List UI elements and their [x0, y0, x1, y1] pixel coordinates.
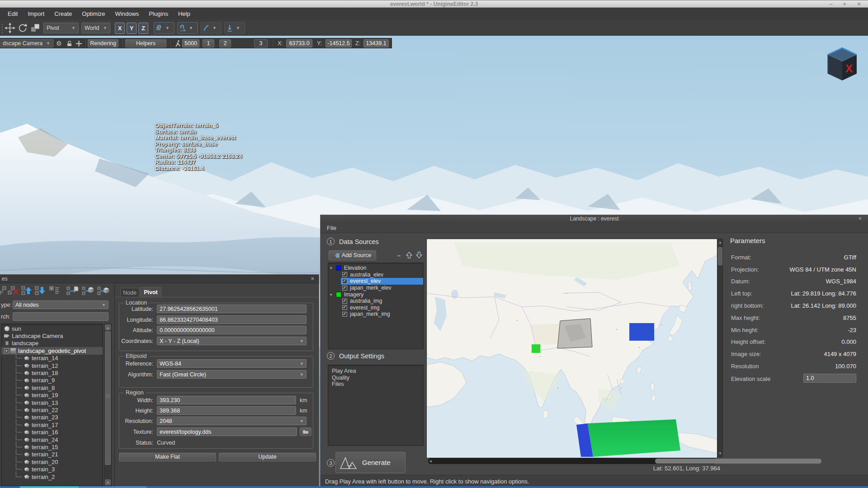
source-up-icon[interactable]	[406, 251, 413, 259]
source-down-icon[interactable]	[415, 251, 423, 259]
add-source-button[interactable]: Add Source	[329, 250, 376, 260]
source-checkbox[interactable]	[342, 312, 347, 317]
helpers-button[interactable]: Helpers	[125, 39, 166, 47]
source-row[interactable]: everest_img	[328, 305, 423, 311]
move-camera-icon[interactable]	[75, 40, 82, 47]
scrollbar-thumb[interactable]	[655, 459, 821, 464]
output-settings-item[interactable]: Quality	[328, 375, 423, 381]
instance-node-icon[interactable]	[97, 285, 109, 296]
browse-texture-button[interactable]	[300, 427, 311, 436]
navigation-cube[interactable]: X	[825, 45, 860, 89]
scroll-up-icon[interactable]: ▲	[105, 324, 111, 330]
source-row[interactable]: australia_img	[328, 298, 423, 305]
snap-grid-button[interactable]: ▼	[154, 22, 175, 34]
close-button[interactable]: ×	[854, 0, 863, 7]
axis-y-button[interactable]: Y	[127, 23, 137, 34]
texture-field[interactable]: everest/topology.dds	[157, 427, 297, 436]
width-field[interactable]: 393.230	[157, 396, 296, 404]
map-hscrollbar[interactable]: ◀	[428, 458, 717, 464]
expander-icon[interactable]	[330, 266, 336, 270]
altitude-field[interactable]: 0.0000000000000000	[157, 326, 307, 334]
tree-expander-icon[interactable]: +	[4, 348, 9, 353]
generate-button[interactable]: Generate	[335, 452, 406, 473]
maximize-button[interactable]: +	[840, 0, 849, 7]
y-coord-field[interactable]: -14512.5	[326, 39, 352, 47]
remove-source-icon[interactable]: −	[395, 252, 403, 259]
source-checkbox[interactable]	[342, 299, 347, 304]
elevation-scale-input[interactable]	[803, 374, 856, 383]
axis-z-button[interactable]: Z	[138, 23, 148, 34]
node-tree-row[interactable]: landscape	[1, 340, 103, 347]
scroll-up-icon[interactable]: ▲	[717, 239, 723, 245]
rotate-tool-icon[interactable]	[17, 23, 28, 33]
scrollbar-thumb[interactable]	[105, 331, 111, 465]
move-node-down-icon[interactable]	[34, 285, 46, 296]
tab-node[interactable]: Node	[120, 288, 139, 297]
gear-icon[interactable]: ⚙	[56, 40, 62, 47]
output-settings-item[interactable]: Play Area	[328, 368, 423, 375]
add-node-icon[interactable]	[0, 285, 7, 296]
latitude-field[interactable]: 27.9625428562635001	[157, 305, 307, 313]
x-coord-field[interactable]: 63733.0	[286, 39, 312, 47]
clone-node-icon[interactable]	[66, 285, 79, 296]
source-row[interactable]: japan_merk_elev	[328, 285, 423, 291]
node-list-icon[interactable]	[49, 285, 61, 296]
rendering-button[interactable]: Rendering	[88, 39, 118, 47]
menu-item[interactable]: Edit	[3, 8, 23, 20]
menu-item[interactable]: Create	[49, 8, 77, 20]
resolution-select[interactable]: 2048 ▼	[157, 417, 307, 425]
menu-item[interactable]: Plugins	[144, 8, 173, 20]
scrollbar-thumb[interactable]	[718, 247, 722, 265]
scroll-down-icon[interactable]: ▼	[105, 479, 111, 485]
map-view[interactable]	[426, 239, 717, 458]
scroll-left-icon[interactable]: ◀	[429, 458, 432, 464]
update-button[interactable]: Update	[219, 453, 316, 461]
source-row[interactable]: Elevation	[328, 265, 423, 272]
file-menu[interactable]: File	[327, 225, 336, 231]
scroll-down-icon[interactable]: ▼	[717, 450, 723, 456]
speed-preset-2[interactable]: 2	[219, 39, 231, 47]
menu-item[interactable]: Help	[173, 8, 195, 20]
expander-icon[interactable]	[330, 292, 336, 297]
move-tool-icon[interactable]	[5, 23, 15, 33]
node-tree-row[interactable]: Landscape Camera	[1, 332, 103, 339]
minimize-button[interactable]: –	[826, 0, 835, 7]
tab-pivot[interactable]: Pivot	[140, 287, 161, 297]
tree-scrollbar[interactable]: ▲ ▼	[104, 324, 112, 486]
node-type-filter-select[interactable]: All nodes ▼	[13, 300, 108, 309]
speed-preset-3[interactable]: 3	[254, 39, 268, 47]
close-icon[interactable]: ×	[311, 275, 314, 282]
longitude-field[interactable]: 86.8623324270408403	[157, 315, 307, 324]
drop-to-ground-button[interactable]: ▼	[224, 22, 245, 34]
reference-select[interactable]: WGS-84 ▼	[157, 359, 307, 368]
speed-preset-1[interactable]: 1	[203, 39, 214, 47]
source-checkbox[interactable]	[342, 305, 347, 310]
source-row[interactable]: Imagery	[328, 291, 423, 298]
node-tree-row[interactable]: sun	[1, 325, 103, 332]
snap-angle-button[interactable]: ▼	[177, 22, 198, 34]
node-tree-row[interactable]: terrain_2	[1, 473, 103, 480]
algorithm-select[interactable]: Fast (Great Circle) ▼	[157, 370, 307, 379]
pivot-mode-select[interactable]: Pivot ▼	[43, 23, 79, 33]
lock-icon[interactable]	[66, 40, 73, 47]
height-field[interactable]: 389.368	[157, 406, 296, 415]
menu-item[interactable]: Import	[23, 8, 49, 20]
menu-item[interactable]: Optimize	[77, 8, 110, 20]
make-flat-button[interactable]: Make Flat	[119, 453, 216, 461]
output-settings-item[interactable]: Files	[328, 381, 423, 388]
menu-item[interactable]: Windows	[110, 8, 144, 20]
scale-tool-icon[interactable]	[30, 23, 41, 33]
z-coord-field[interactable]: 13439.1	[363, 39, 389, 47]
camera-select[interactable]: dscape Camera ▼	[0, 39, 53, 47]
camera-speed-field[interactable]: 5000	[182, 39, 199, 47]
source-row[interactable]: everest_elev	[328, 278, 423, 285]
clone-hierarchy-icon[interactable]	[81, 285, 94, 296]
snap-surface-button[interactable]: ▼	[201, 22, 222, 34]
source-row[interactable]: australia_elev	[328, 272, 423, 278]
axis-x-button[interactable]: X	[115, 23, 125, 34]
close-icon[interactable]: ×	[859, 215, 862, 223]
space-mode-select[interactable]: World ▼	[81, 23, 110, 33]
source-checkbox[interactable]	[342, 279, 347, 284]
move-node-up-icon[interactable]	[21, 285, 33, 296]
toolbar-drag-handle[interactable]	[1, 23, 4, 33]
